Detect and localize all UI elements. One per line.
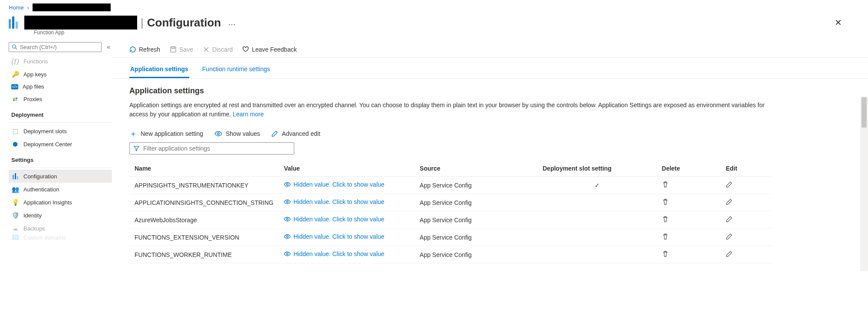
discard-label: Discard xyxy=(212,46,233,53)
scrollbar-thumb[interactable] xyxy=(861,97,867,128)
delete-button[interactable] xyxy=(662,198,669,205)
tab-application-settings[interactable]: Application settings xyxy=(129,62,189,78)
trash-icon xyxy=(662,250,669,257)
edit-button[interactable] xyxy=(726,216,733,223)
hidden-value-toggle[interactable]: Hidden value. Click to show value xyxy=(284,181,384,188)
sidebar-nav: {ƒ} Functions 🔑 App keys </> App files ⇄… xyxy=(9,55,112,240)
svg-point-9 xyxy=(286,218,288,220)
sidebar-item-label: Deployment slots xyxy=(23,128,67,135)
svg-point-7 xyxy=(286,184,288,185)
tab-runtime-settings[interactable]: Function runtime settings xyxy=(201,62,271,78)
page-header: | Configuration … ✕ xyxy=(0,13,868,30)
table-row[interactable]: FUNCTIONS_EXTENSION_VERSIONHidden value.… xyxy=(129,229,772,246)
vertical-scrollbar[interactable] xyxy=(860,96,868,271)
cell-slot xyxy=(537,246,657,263)
table-row[interactable]: FUNCTIONS_WORKER_RUNTIMEHidden value. Cl… xyxy=(129,246,772,263)
sidebar-item-label: Functions xyxy=(23,58,48,65)
sidebar-item-deployment-slots[interactable]: ⬚ Deployment slots xyxy=(9,125,112,138)
col-name[interactable]: Name xyxy=(129,161,279,177)
sidebar-item-backups[interactable]: ☁ Backups xyxy=(9,222,112,235)
sidebar-item-label: Custom domains xyxy=(23,235,66,240)
show-values-button[interactable]: Show values xyxy=(214,130,260,138)
more-actions-button[interactable]: … xyxy=(228,18,237,27)
sidebar-item-functions[interactable]: {ƒ} Functions xyxy=(9,55,112,68)
refresh-label: Refresh xyxy=(139,46,160,53)
function-app-icon xyxy=(9,16,20,29)
breadcrumb-home[interactable]: Home xyxy=(9,4,24,11)
learn-more-link[interactable]: Learn more xyxy=(233,111,264,118)
table-row[interactable]: APPINSIGHTS_INSTRUMENTATIONKEYHidden val… xyxy=(129,177,772,194)
sidebar-item-configuration[interactable]: Configuration xyxy=(9,170,112,183)
cell-name: APPINSIGHTS_INSTRUMENTATIONKEY xyxy=(129,177,279,194)
edit-button[interactable] xyxy=(726,181,733,188)
sidebar-item-app-keys[interactable]: 🔑 App keys xyxy=(9,68,112,81)
deployment-center-icon: ⬢ xyxy=(11,140,19,148)
cell-source: App Service Config xyxy=(414,229,537,246)
slots-icon: ⬚ xyxy=(11,127,19,135)
sidebar-item-label: Proxies xyxy=(23,96,42,102)
sidebar-item-deployment-center[interactable]: ⬢ Deployment Center xyxy=(9,138,112,151)
sidebar-item-label: Identity xyxy=(23,212,42,219)
edit-button[interactable] xyxy=(726,198,733,205)
sidebar-item-identity[interactable]: 🛡️ Identity xyxy=(9,209,112,222)
refresh-button[interactable]: Refresh xyxy=(129,46,160,53)
save-label: Save xyxy=(179,46,193,53)
hidden-value-toggle[interactable]: Hidden value. Click to show value xyxy=(284,198,384,205)
content: Application settings Application setting… xyxy=(112,79,789,271)
feedback-button[interactable]: Leave Feedback xyxy=(242,46,297,53)
filter-input-wrapper[interactable] xyxy=(129,142,294,155)
sidebar-item-label: App files xyxy=(23,83,44,90)
delete-button[interactable] xyxy=(662,216,669,223)
eye-icon xyxy=(284,216,291,223)
col-delete: Delete xyxy=(657,161,720,177)
proxy-icon: ⇄ xyxy=(11,95,19,103)
trash-icon xyxy=(662,216,669,223)
cell-source: App Service Config xyxy=(414,177,537,194)
col-edit: Edit xyxy=(720,161,772,177)
sidebar-item-authentication[interactable]: 👥 Authentication xyxy=(9,183,112,196)
hidden-value-label: Hidden value. Click to show value xyxy=(293,250,384,257)
edit-button[interactable] xyxy=(726,233,733,240)
sidebar-item-custom-domains[interactable]: 🌐 Custom domains xyxy=(9,235,112,240)
table-row[interactable]: APPLICATIONINSIGHTS_CONNECTION_STRINGHid… xyxy=(129,194,772,211)
hidden-value-toggle[interactable]: Hidden value. Click to show value xyxy=(284,216,384,223)
sidebar-search[interactable] xyxy=(9,42,102,52)
sidebar-search-input[interactable] xyxy=(20,44,99,50)
filter-input[interactable] xyxy=(143,145,290,152)
table-row[interactable]: AzureWebJobsStorageHidden value. Click t… xyxy=(129,211,772,229)
cell-name: FUNCTIONS_EXTENSION_VERSION xyxy=(129,229,279,246)
hidden-value-toggle[interactable]: Hidden value. Click to show value xyxy=(284,233,384,240)
delete-button[interactable] xyxy=(662,181,669,188)
checkmark-icon: ✓ xyxy=(595,182,600,189)
close-button[interactable]: ✕ xyxy=(832,15,859,30)
main-panel: Refresh Save Discard Leave Feedback Appl… xyxy=(112,40,868,271)
collapse-sidebar-button[interactable]: « xyxy=(105,42,112,52)
key-icon: 🔑 xyxy=(11,70,19,78)
breadcrumb: Home › xyxy=(0,0,868,13)
advanced-edit-button[interactable]: Advanced edit xyxy=(271,130,320,137)
sidebar-item-proxies[interactable]: ⇄ Proxies xyxy=(9,92,112,105)
section-title: Application settings xyxy=(129,86,772,95)
col-value[interactable]: Value xyxy=(279,161,414,177)
save-button: Save xyxy=(170,46,193,53)
backup-icon: ☁ xyxy=(11,224,19,232)
sidebar-group-settings: Settings xyxy=(9,151,112,166)
sidebar-item-app-files[interactable]: </> App files xyxy=(9,81,112,92)
edit-button[interactable] xyxy=(726,250,733,257)
hidden-value-toggle[interactable]: Hidden value. Click to show value xyxy=(284,250,384,257)
sidebar-item-label: Application Insights xyxy=(23,199,72,206)
hidden-value-label: Hidden value. Click to show value xyxy=(293,181,384,188)
pencil-icon xyxy=(726,216,733,223)
cell-source: App Service Config xyxy=(414,194,537,211)
col-source[interactable]: Source xyxy=(414,161,537,177)
cell-source: App Service Config xyxy=(414,246,537,263)
new-setting-button[interactable]: ＋ New application setting xyxy=(129,128,203,139)
delete-button[interactable] xyxy=(662,250,669,257)
col-slot[interactable]: Deployment slot setting xyxy=(537,161,657,177)
breadcrumb-redacted xyxy=(33,3,111,11)
sidebar: « {ƒ} Functions 🔑 App keys </> App files… xyxy=(0,40,112,271)
delete-button[interactable] xyxy=(662,233,669,240)
pencil-icon xyxy=(271,130,278,137)
sidebar-item-application-insights[interactable]: 💡 Application Insights xyxy=(9,196,112,209)
hidden-value-label: Hidden value. Click to show value xyxy=(293,233,384,240)
